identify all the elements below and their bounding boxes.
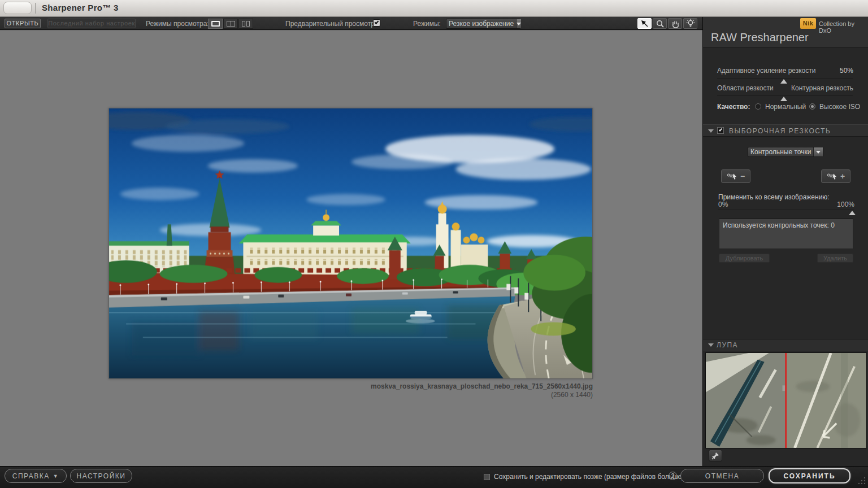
sharp-areas-label: Области резкости bbox=[717, 84, 774, 92]
help-button[interactable]: СПРАВКА ▼ bbox=[5, 469, 67, 483]
window-menu-chip[interactable] bbox=[3, 2, 32, 14]
image-dimensions: (2560 x 1440) bbox=[222, 391, 593, 399]
main-toolbar: ОТКРЫТЬ Последний набор настроек Режимы … bbox=[0, 17, 702, 30]
mode-dropdown-value: Резкое изображение bbox=[446, 20, 516, 28]
balance-slider-thumb[interactable] bbox=[780, 97, 787, 101]
quality-label: Качество: bbox=[717, 103, 750, 111]
preview-image[interactable] bbox=[108, 108, 593, 379]
side-by-side-view-icon bbox=[242, 21, 250, 27]
title-bar: Sharpener Pro™ 3 bbox=[0, 0, 868, 17]
save-button[interactable]: СОХРАНИТЬ bbox=[769, 468, 850, 483]
single-view-icon bbox=[211, 21, 220, 27]
cancel-button-label: ОТМЕНА bbox=[705, 472, 739, 480]
balance-slider-track[interactable] bbox=[717, 95, 853, 96]
loupe-section-title: ЛУПА bbox=[717, 341, 738, 349]
apply-slider-thumb[interactable] bbox=[849, 211, 856, 215]
quality-high-iso-label[interactable]: Высокое ISO bbox=[819, 103, 860, 111]
magnifier-icon bbox=[655, 19, 665, 28]
settings-panel: Nik Collection by DxO RAW Presharpener А… bbox=[702, 17, 868, 466]
pan-tool-button[interactable] bbox=[668, 18, 682, 29]
settings-button-label: НАСТРОЙКИ bbox=[77, 472, 126, 480]
sharpener-pro-window: Sharpener Pro™ 3 ОТКРЫТЬ Последний набор… bbox=[0, 0, 868, 488]
modes-label: Режимы: bbox=[413, 20, 441, 28]
check-icon bbox=[719, 128, 722, 131]
adaptive-slider-track[interactable] bbox=[717, 78, 853, 79]
panel-header: Nik Collection by DxO RAW Presharpener bbox=[703, 17, 868, 48]
control-points-dropdown[interactable]: Контрольные точки bbox=[748, 147, 823, 157]
control-point-icon bbox=[827, 173, 838, 180]
collapse-triangle-icon[interactable] bbox=[708, 129, 714, 133]
control-point-icon bbox=[727, 173, 738, 180]
plus-label: + bbox=[840, 172, 845, 181]
split-view-icon bbox=[227, 21, 235, 27]
check-icon bbox=[375, 20, 379, 24]
loupe-preview[interactable] bbox=[705, 352, 867, 448]
adaptive-sharpening-label: Адаптивное усиление резкости bbox=[717, 67, 816, 75]
brand-suffix: Collection by DxO bbox=[819, 20, 868, 34]
window-title: Sharpener Pro™ 3 bbox=[42, 3, 119, 12]
select-tool-button[interactable] bbox=[637, 18, 652, 29]
save-later-label[interactable]: Сохранить и редактировать позже (размер … bbox=[494, 473, 684, 481]
chevron-down-icon[interactable] bbox=[813, 147, 823, 156]
loupe-section-header[interactable]: ЛУПА bbox=[703, 339, 868, 351]
selective-enable-checkbox[interactable] bbox=[717, 127, 724, 134]
apply-max-label: 100% bbox=[837, 201, 854, 208]
add-control-point-button[interactable]: + bbox=[821, 169, 850, 183]
collapse-triangle-icon[interactable] bbox=[708, 343, 714, 347]
control-points-list[interactable]: Используется контрольных точек: 0 bbox=[719, 219, 853, 249]
adaptive-sharpening-value: 50% bbox=[840, 67, 853, 75]
kremlin-photo-graphic bbox=[109, 108, 592, 378]
save-later-checkbox[interactable] bbox=[484, 474, 490, 480]
resize-grip[interactable] bbox=[857, 476, 866, 486]
view-mode-sidebyside-button[interactable] bbox=[238, 19, 253, 29]
image-canvas: moskva_rossiya_krasnaya_ploschad_nebo_re… bbox=[0, 30, 702, 466]
hand-icon bbox=[670, 19, 680, 28]
apply-slider-track[interactable] bbox=[718, 210, 854, 210]
lightbulb-tool-button[interactable] bbox=[683, 18, 697, 29]
loupe-graphic bbox=[706, 353, 866, 448]
pushpin-icon bbox=[711, 452, 719, 460]
adaptive-slider-thumb[interactable] bbox=[780, 79, 787, 84]
help-question-icon[interactable]: ? bbox=[669, 472, 677, 480]
last-preset-button: Последний набор настроек bbox=[47, 19, 136, 28]
preview-label: Предварительный просмотр: bbox=[285, 20, 376, 28]
titlebar-divider bbox=[35, 3, 36, 14]
points-used-text: Используется контрольных точек: 0 bbox=[723, 221, 835, 229]
zoom-tool-button[interactable] bbox=[653, 18, 667, 29]
loupe-pin-button[interactable] bbox=[709, 450, 722, 461]
open-button[interactable]: ОТКРЫТЬ bbox=[5, 19, 41, 28]
chevron-down-icon[interactable] bbox=[516, 19, 521, 28]
image-filename: moskva_rossiya_krasnaya_ploschad_nebo_re… bbox=[222, 382, 593, 391]
quality-normal-radio[interactable] bbox=[755, 103, 761, 110]
selective-section-title: ВЫБОРОЧНАЯ РЕЗКОСТЬ bbox=[729, 127, 831, 135]
apply-min-label: 0% bbox=[718, 201, 728, 208]
delete-button: Удалить bbox=[817, 254, 853, 263]
remove-control-point-button[interactable]: − bbox=[721, 169, 750, 183]
image-caption: moskva_rossiya_krasnaya_ploschad_nebo_re… bbox=[222, 382, 593, 399]
preview-checkbox[interactable] bbox=[373, 19, 380, 27]
save-button-label: СОХРАНИТЬ bbox=[783, 472, 835, 480]
selective-section-header[interactable]: ВЫБОРОЧНАЯ РЕЗКОСТЬ bbox=[703, 124, 868, 137]
nik-logo: Nik bbox=[800, 18, 816, 29]
resize-grip-icon bbox=[857, 476, 866, 484]
cancel-button[interactable]: ОТМЕНА bbox=[680, 469, 764, 483]
bottom-bar: СПРАВКА ▼ НАСТРОЙКИ Сохранить и редактир… bbox=[0, 466, 868, 488]
minus-label: − bbox=[740, 172, 745, 181]
edge-sharpness-label: Контурная резкость bbox=[791, 84, 853, 92]
chevron-down-icon: ▼ bbox=[53, 473, 59, 479]
settings-button[interactable]: НАСТРОЙКИ bbox=[70, 469, 132, 483]
apply-to-image-label: Применить ко всему изображению: bbox=[718, 193, 830, 201]
duplicate-button: Дублировать bbox=[719, 254, 770, 263]
mode-dropdown[interactable]: Резкое изображение bbox=[446, 19, 520, 29]
quality-normal-label[interactable]: Нормальный bbox=[765, 103, 806, 111]
view-modes-label: Режимы просмотра: bbox=[146, 20, 209, 28]
quality-high-iso-radio[interactable] bbox=[809, 103, 815, 110]
control-points-dropdown-value: Контрольные точки bbox=[748, 148, 813, 156]
help-button-label: СПРАВКА bbox=[12, 472, 50, 480]
lightbulb-icon bbox=[685, 19, 696, 28]
view-mode-single-button[interactable] bbox=[208, 19, 223, 29]
cursor-arrow-icon bbox=[640, 19, 650, 28]
panel-title: RAW Presharpener bbox=[711, 31, 809, 44]
view-mode-split-button[interactable] bbox=[223, 19, 238, 29]
